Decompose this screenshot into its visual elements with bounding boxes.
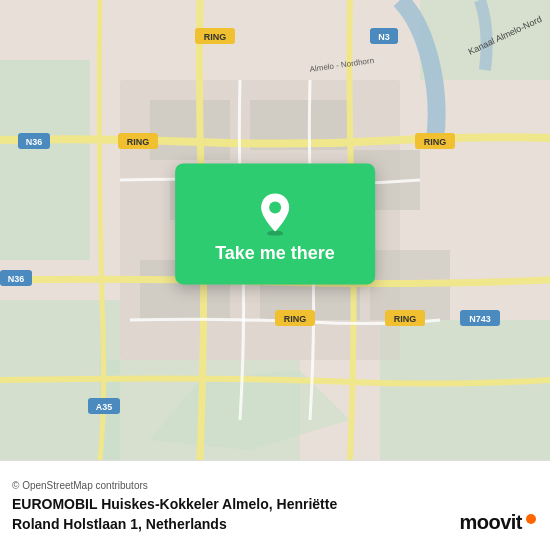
button-overlay: Take me there xyxy=(175,163,375,284)
svg-text:A35: A35 xyxy=(96,402,113,412)
svg-text:N743: N743 xyxy=(469,314,491,324)
moovit-dot-icon xyxy=(526,514,536,524)
moovit-brand-name: moovit xyxy=(459,511,522,534)
svg-rect-4 xyxy=(380,320,550,460)
footer: © OpenStreetMap contributors EUROMOBIL H… xyxy=(0,460,550,550)
svg-point-39 xyxy=(269,201,281,213)
location-pin-icon xyxy=(257,191,293,235)
svg-text:RING: RING xyxy=(394,314,417,324)
osm-credit: © OpenStreetMap contributors xyxy=(12,480,538,491)
svg-rect-8 xyxy=(150,100,230,160)
map-area: RING RING RING RING RING N36 N36 N743 N3… xyxy=(0,0,550,460)
svg-rect-1 xyxy=(0,60,90,260)
svg-text:RING: RING xyxy=(127,137,150,147)
take-me-there-button[interactable]: Take me there xyxy=(175,163,375,284)
svg-text:N36: N36 xyxy=(8,274,25,284)
moovit-logo: moovit xyxy=(459,511,536,534)
svg-text:RING: RING xyxy=(424,137,447,147)
svg-text:RING: RING xyxy=(284,314,307,324)
button-label: Take me there xyxy=(215,243,335,264)
svg-text:N36: N36 xyxy=(26,137,43,147)
svg-text:RING: RING xyxy=(204,32,227,42)
svg-text:N3: N3 xyxy=(378,32,390,42)
osm-credit-text: © OpenStreetMap contributors xyxy=(12,480,148,491)
